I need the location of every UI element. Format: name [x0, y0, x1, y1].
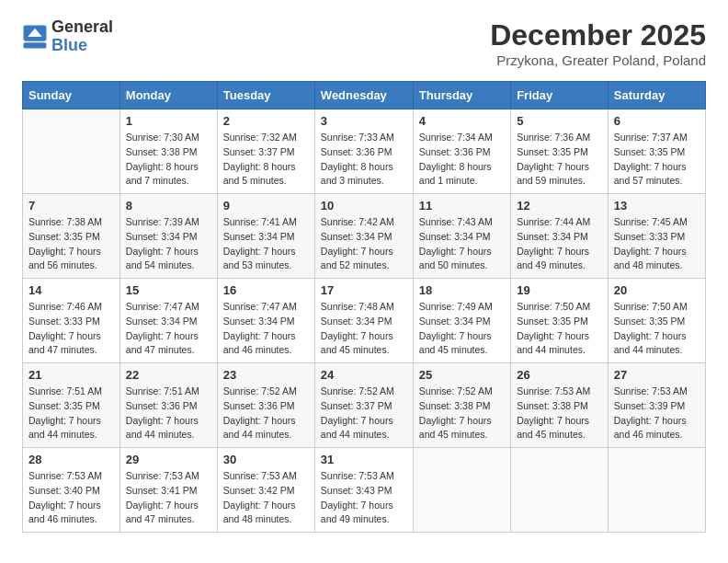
calendar-cell: 6Sunrise: 7:37 AM Sunset: 3:35 PM Daylig…	[608, 109, 705, 194]
day-info: Sunrise: 7:47 AM Sunset: 3:34 PM Dayligh…	[223, 300, 309, 358]
calendar-cell: 3Sunrise: 7:33 AM Sunset: 3:36 PM Daylig…	[314, 109, 413, 194]
calendar-cell: 2Sunrise: 7:32 AM Sunset: 3:37 PM Daylig…	[217, 109, 314, 194]
day-info: Sunrise: 7:41 AM Sunset: 3:34 PM Dayligh…	[223, 215, 309, 273]
calendar-cell	[23, 109, 120, 194]
day-number: 7	[28, 199, 114, 213]
logo: General Blue	[22, 18, 113, 55]
day-info: Sunrise: 7:32 AM Sunset: 3:37 PM Dayligh…	[223, 131, 309, 189]
calendar-cell: 13Sunrise: 7:45 AM Sunset: 3:33 PM Dayli…	[608, 194, 705, 279]
day-info: Sunrise: 7:37 AM Sunset: 3:35 PM Dayligh…	[614, 131, 700, 189]
day-number: 17	[321, 283, 407, 297]
day-number: 26	[517, 368, 602, 382]
day-number: 24	[321, 368, 407, 382]
calendar-cell: 28Sunrise: 7:53 AM Sunset: 3:40 PM Dayli…	[23, 448, 120, 533]
day-info: Sunrise: 7:49 AM Sunset: 3:34 PM Dayligh…	[419, 300, 505, 358]
calendar-cell: 20Sunrise: 7:50 AM Sunset: 3:35 PM Dayli…	[608, 279, 705, 363]
day-info: Sunrise: 7:53 AM Sunset: 3:42 PM Dayligh…	[223, 469, 309, 527]
day-info: Sunrise: 7:53 AM Sunset: 3:40 PM Dayligh…	[28, 469, 114, 527]
day-number: 28	[28, 453, 114, 466]
day-info: Sunrise: 7:53 AM Sunset: 3:41 PM Dayligh…	[126, 469, 211, 527]
day-number: 31	[321, 453, 407, 466]
day-number: 25	[419, 368, 505, 382]
calendar-cell: 26Sunrise: 7:53 AM Sunset: 3:38 PM Dayli…	[511, 363, 609, 448]
calendar-cell: 15Sunrise: 7:47 AM Sunset: 3:34 PM Dayli…	[119, 279, 217, 363]
calendar-header-row: SundayMondayTuesdayWednesdayThursdayFrid…	[23, 82, 706, 109]
day-info: Sunrise: 7:45 AM Sunset: 3:33 PM Dayligh…	[614, 215, 700, 273]
day-number: 19	[517, 283, 602, 297]
logo-icon	[22, 24, 48, 50]
day-number: 30	[223, 453, 309, 466]
title-block: December 2025 Przykona, Greater Poland, …	[490, 18, 706, 68]
calendar-cell: 24Sunrise: 7:52 AM Sunset: 3:37 PM Dayli…	[314, 363, 413, 448]
day-number: 4	[419, 114, 505, 128]
calendar-cell: 4Sunrise: 7:34 AM Sunset: 3:36 PM Daylig…	[413, 109, 510, 194]
day-number: 5	[517, 114, 602, 128]
calendar-cell: 8Sunrise: 7:39 AM Sunset: 3:34 PM Daylig…	[119, 194, 217, 279]
day-number: 8	[126, 199, 211, 213]
calendar-week-row: 28Sunrise: 7:53 AM Sunset: 3:40 PM Dayli…	[23, 448, 706, 533]
day-number: 27	[614, 368, 700, 382]
calendar-cell: 9Sunrise: 7:41 AM Sunset: 3:34 PM Daylig…	[217, 194, 314, 279]
day-info: Sunrise: 7:53 AM Sunset: 3:38 PM Dayligh…	[517, 385, 602, 442]
day-info: Sunrise: 7:43 AM Sunset: 3:34 PM Dayligh…	[419, 215, 505, 273]
day-info: Sunrise: 7:33 AM Sunset: 3:36 PM Dayligh…	[321, 131, 407, 189]
calendar-cell: 31Sunrise: 7:53 AM Sunset: 3:43 PM Dayli…	[314, 448, 413, 533]
calendar-cell: 7Sunrise: 7:38 AM Sunset: 3:35 PM Daylig…	[23, 194, 120, 279]
weekday-header: Tuesday	[217, 82, 314, 109]
calendar-cell: 27Sunrise: 7:53 AM Sunset: 3:39 PM Dayli…	[608, 363, 705, 448]
day-number: 16	[223, 283, 309, 297]
calendar-cell: 22Sunrise: 7:51 AM Sunset: 3:36 PM Dayli…	[119, 363, 217, 448]
page-header: General Blue December 2025 Przykona, Gre…	[22, 18, 706, 68]
day-info: Sunrise: 7:46 AM Sunset: 3:33 PM Dayligh…	[28, 300, 114, 358]
day-number: 22	[126, 368, 211, 382]
logo-text: General Blue	[51, 18, 113, 55]
day-info: Sunrise: 7:51 AM Sunset: 3:35 PM Dayligh…	[28, 385, 114, 442]
calendar-cell: 30Sunrise: 7:53 AM Sunset: 3:42 PM Dayli…	[217, 448, 314, 533]
day-number: 20	[614, 283, 700, 297]
calendar-cell	[413, 448, 510, 533]
day-info: Sunrise: 7:52 AM Sunset: 3:36 PM Dayligh…	[223, 385, 309, 442]
weekday-header: Monday	[119, 82, 217, 109]
calendar-cell: 11Sunrise: 7:43 AM Sunset: 3:34 PM Dayli…	[413, 194, 510, 279]
calendar-week-row: 14Sunrise: 7:46 AM Sunset: 3:33 PM Dayli…	[23, 279, 706, 363]
calendar-cell: 25Sunrise: 7:52 AM Sunset: 3:38 PM Dayli…	[413, 363, 510, 448]
logo-general-text: General	[51, 18, 113, 37]
day-info: Sunrise: 7:39 AM Sunset: 3:34 PM Dayligh…	[126, 215, 211, 273]
svg-rect-2	[24, 42, 47, 48]
day-number: 1	[126, 114, 211, 128]
day-number: 13	[614, 199, 700, 213]
weekday-header: Wednesday	[314, 82, 413, 109]
calendar-week-row: 1Sunrise: 7:30 AM Sunset: 3:38 PM Daylig…	[23, 109, 706, 194]
day-number: 12	[517, 199, 602, 213]
weekday-header: Sunday	[23, 82, 120, 109]
calendar-week-row: 7Sunrise: 7:38 AM Sunset: 3:35 PM Daylig…	[23, 194, 706, 279]
calendar-cell: 10Sunrise: 7:42 AM Sunset: 3:34 PM Dayli…	[314, 194, 413, 279]
day-number: 18	[419, 283, 505, 297]
day-info: Sunrise: 7:47 AM Sunset: 3:34 PM Dayligh…	[126, 300, 211, 358]
day-info: Sunrise: 7:52 AM Sunset: 3:37 PM Dayligh…	[321, 385, 407, 442]
day-number: 21	[28, 368, 114, 382]
calendar-cell	[608, 448, 705, 533]
calendar-location: Przykona, Greater Poland, Poland	[490, 52, 706, 68]
day-info: Sunrise: 7:42 AM Sunset: 3:34 PM Dayligh…	[321, 215, 407, 273]
weekday-header: Friday	[511, 82, 609, 109]
day-number: 2	[223, 114, 309, 128]
day-number: 29	[126, 453, 211, 466]
day-info: Sunrise: 7:30 AM Sunset: 3:38 PM Dayligh…	[126, 131, 211, 189]
day-info: Sunrise: 7:44 AM Sunset: 3:34 PM Dayligh…	[517, 215, 602, 273]
day-info: Sunrise: 7:53 AM Sunset: 3:43 PM Dayligh…	[321, 469, 407, 527]
calendar-cell: 5Sunrise: 7:36 AM Sunset: 3:35 PM Daylig…	[511, 109, 609, 194]
calendar-cell: 23Sunrise: 7:52 AM Sunset: 3:36 PM Dayli…	[217, 363, 314, 448]
day-number: 15	[126, 283, 211, 297]
weekday-header: Thursday	[413, 82, 510, 109]
logo-blue-text: Blue	[51, 37, 113, 55]
calendar-cell: 12Sunrise: 7:44 AM Sunset: 3:34 PM Dayli…	[511, 194, 609, 279]
day-info: Sunrise: 7:52 AM Sunset: 3:38 PM Dayligh…	[419, 385, 505, 442]
calendar-cell: 1Sunrise: 7:30 AM Sunset: 3:38 PM Daylig…	[119, 109, 217, 194]
day-number: 23	[223, 368, 309, 382]
day-info: Sunrise: 7:34 AM Sunset: 3:36 PM Dayligh…	[419, 131, 505, 189]
day-number: 6	[614, 114, 700, 128]
day-info: Sunrise: 7:50 AM Sunset: 3:35 PM Dayligh…	[517, 300, 602, 358]
calendar-table: SundayMondayTuesdayWednesdayThursdayFrid…	[22, 81, 706, 533]
calendar-cell: 19Sunrise: 7:50 AM Sunset: 3:35 PM Dayli…	[511, 279, 609, 363]
